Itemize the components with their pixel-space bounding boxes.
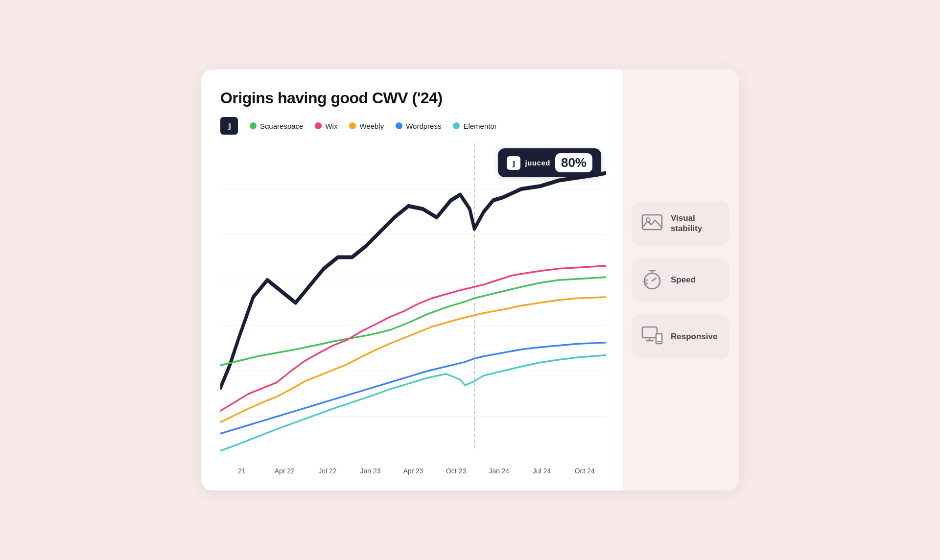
legend-item-wordpress: Wordpress: [396, 122, 441, 130]
main-card: Origins having good CWV ('24) 𝕁 Squaresp…: [201, 70, 739, 490]
x-label-apr23: Apr 23: [392, 467, 435, 475]
metric-label-visual-stability: Visualstability: [671, 213, 702, 234]
x-label-oct23: Oct 23: [435, 467, 478, 475]
legend-item-squarespace: Squarespace: [250, 122, 303, 130]
legend-label-squarespace: Squarespace: [260, 122, 303, 130]
x-label-jul22: Jul 22: [306, 467, 349, 475]
legend-label-weebly: Weebly: [359, 122, 384, 130]
legend-item-wix: Wix: [315, 122, 337, 130]
line-juuced: [220, 173, 606, 388]
legend-item-weebly: Weebly: [349, 122, 384, 130]
legend-dot-elementor: [453, 122, 460, 129]
metric-card-speed: Speed: [632, 257, 729, 303]
tooltip-badge: 𝕁 juuced 80%: [498, 148, 601, 177]
tooltip-value: 80%: [555, 153, 592, 172]
x-label-jan23: Jan 23: [349, 467, 392, 475]
svg-text:𝕁: 𝕁: [512, 160, 515, 167]
legend-dot-wix: [315, 122, 322, 129]
line-weebly: [220, 297, 606, 422]
legend-item-juuced: 𝕁: [220, 117, 238, 135]
x-label-jul24: Jul 24: [520, 467, 564, 475]
legend-dot-squarespace: [250, 122, 257, 129]
legend-dot-weebly: [349, 122, 356, 129]
legend-item-elementor: Elementor: [453, 122, 496, 130]
chart-section: Origins having good CWV ('24) 𝕁 Squaresp…: [201, 70, 622, 490]
metric-card-responsive: Responsive: [632, 314, 729, 359]
metric-label-speed: Speed: [671, 275, 696, 285]
tooltip-label: juuced: [525, 159, 550, 167]
x-label-21: 21: [220, 467, 263, 475]
legend-dot-wordpress: [396, 122, 402, 129]
line-chart: [220, 143, 606, 462]
right-panel: Visualstability Speed: [622, 70, 739, 490]
chart-title: Origins having good CWV ('24): [220, 89, 606, 107]
x-label-jan24: Jan 24: [477, 467, 520, 475]
svg-line-16: [652, 278, 656, 281]
x-axis-labels: 21 Apr 22 Jul 22 Jan 23 Apr 23 Oct 23 Ja…: [220, 462, 606, 475]
svg-rect-20: [642, 327, 657, 338]
responsive-icon: [641, 325, 663, 349]
svg-rect-11: [642, 215, 662, 230]
line-wordpress: [220, 343, 606, 434]
legend-label-elementor: Elementor: [463, 122, 496, 130]
svg-text:𝕁: 𝕁: [228, 122, 231, 130]
tooltip-juuced-icon: 𝕁: [507, 156, 520, 170]
metric-label-responsive: Responsive: [671, 331, 717, 342]
metric-card-visual-stability: Visualstability: [632, 201, 729, 246]
legend: 𝕁 Squarespace Wix Weebly Wordpress: [220, 117, 606, 135]
speed-icon: [641, 268, 663, 292]
legend-label-wix: Wix: [325, 122, 337, 130]
x-label-apr22: Apr 22: [263, 467, 306, 475]
line-elementor: [220, 355, 606, 450]
image-icon: [641, 211, 663, 235]
legend-label-wordpress: Wordpress: [406, 122, 441, 130]
chart-area: 𝕁 juuced 80%: [220, 143, 606, 462]
juuced-logo-legend: 𝕁: [220, 117, 238, 135]
x-label-oct24: Oct 24: [564, 467, 607, 475]
